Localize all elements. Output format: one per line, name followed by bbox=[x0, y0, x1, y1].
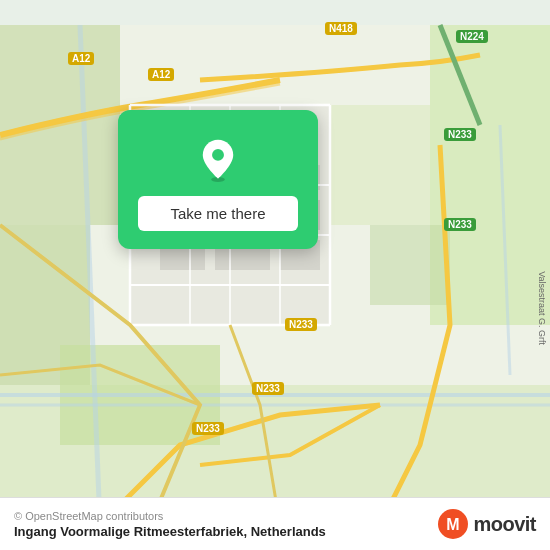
map-background bbox=[0, 0, 550, 550]
road-label-n233-bot2: N233 bbox=[252, 382, 284, 395]
road-label-n418-top: N418 bbox=[325, 22, 357, 35]
moovit-logo: M moovit bbox=[437, 508, 536, 540]
road-label-a12-left: A12 bbox=[68, 52, 94, 65]
map-container: N418 A12 A12 N224 N233 N233 N233 N233 N2… bbox=[0, 0, 550, 550]
svg-rect-7 bbox=[370, 225, 450, 305]
location-name: Ingang Voormalige Ritmeesterfabriek, Net… bbox=[14, 524, 326, 539]
moovit-icon-svg: M bbox=[437, 508, 469, 540]
bottom-left: © OpenStreetMap contributors Ingang Voor… bbox=[14, 510, 326, 539]
map-pin-icon bbox=[196, 138, 240, 182]
road-label-valestrasse: Valsestraat G. Grft bbox=[537, 271, 547, 345]
bottom-bar: © OpenStreetMap contributors Ingang Voor… bbox=[0, 497, 550, 550]
popup-card: Take me there bbox=[118, 110, 318, 249]
svg-point-34 bbox=[212, 149, 224, 161]
road-label-n224: N224 bbox=[456, 30, 488, 43]
road-label-n233-mid-right: N233 bbox=[444, 218, 476, 231]
svg-text:M: M bbox=[447, 516, 460, 533]
copyright-text: © OpenStreetMap contributors bbox=[14, 510, 326, 522]
road-label-n233-bot3: N233 bbox=[192, 422, 224, 435]
road-label-a12-mid: A12 bbox=[148, 68, 174, 81]
take-me-there-button[interactable]: Take me there bbox=[138, 196, 298, 231]
road-label-n233-top-right: N233 bbox=[444, 128, 476, 141]
road-label-n233-bot1: N233 bbox=[285, 318, 317, 331]
moovit-text: moovit bbox=[473, 513, 536, 536]
svg-rect-6 bbox=[330, 105, 430, 225]
